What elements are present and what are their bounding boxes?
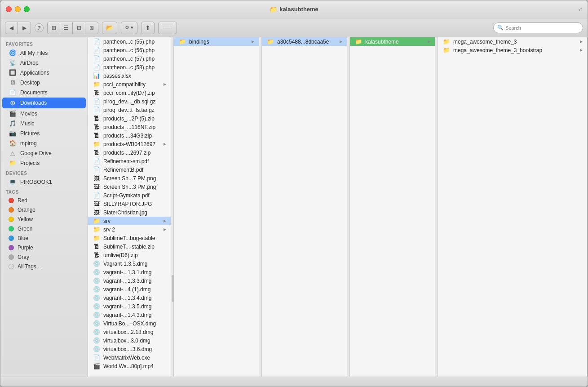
icon-view-button[interactable]: ⊞ xyxy=(48,22,60,34)
list-item[interactable]: 🗜 umlive(D6).zip xyxy=(88,251,171,259)
list-item[interactable]: 💿 vagrant-...1.4.3.dmg xyxy=(88,311,171,319)
gray-dot xyxy=(9,254,14,260)
home-icon: 🏠 xyxy=(9,140,17,147)
list-item[interactable]: 📁 SublimeT...bug-stable xyxy=(88,234,171,242)
scrollbar-thumb[interactable] xyxy=(172,275,174,302)
sidebar-item-projects[interactable]: 📁 Projects xyxy=(2,158,86,168)
sidebar-item-downloads[interactable]: ⊕ Downloads xyxy=(2,98,86,108)
sidebar-item-movies[interactable]: 🎬 Movies xyxy=(2,109,86,118)
column-4: 📁 kalasubtheme xyxy=(350,37,435,377)
list-item-kalasubtheme[interactable]: 📁 kalasubtheme xyxy=(350,37,435,46)
list-item[interactable]: 💿 VirtualBo...–OSX.dmg xyxy=(88,319,171,328)
file-icon: 💿 xyxy=(93,277,101,284)
close-button[interactable] xyxy=(6,6,12,12)
column-view-button[interactable]: ⊟ xyxy=(73,22,85,34)
list-item[interactable]: 📄 pantheon...c (58).php xyxy=(88,63,171,71)
file-icon: 📄 xyxy=(93,158,101,165)
list-item-srv[interactable]: 📁 srv xyxy=(88,217,171,225)
list-item[interactable]: 📄 Refinement-sm.pdf xyxy=(88,157,171,165)
cover-flow-button[interactable]: ⊠ xyxy=(85,22,98,34)
list-item[interactable]: 🗜 products_...2P (5).zip xyxy=(88,114,171,123)
list-item[interactable]: 💿 vagrant-...4 (1).dmg xyxy=(88,285,171,294)
sidebar-item-pictures[interactable]: 📷 Pictures xyxy=(2,129,86,138)
maximize-button[interactable] xyxy=(24,6,30,12)
list-item[interactable]: 📄 RefinementB.pdf xyxy=(88,165,171,174)
file-icon: 🖼 xyxy=(93,209,101,216)
all-tags-dot xyxy=(9,264,14,269)
list-item[interactable]: 📄 pirog_dev...t_fs.tar.gz xyxy=(88,106,171,114)
list-item[interactable]: 💿 vagrant-...1.3.1.dmg xyxy=(88,268,171,276)
list-item[interactable]: 💿 vagrant-...1.3.4.dmg xyxy=(88,294,171,302)
list-item[interactable]: 📄 Script-Gymkata.pdf xyxy=(88,191,171,200)
sidebar-item-pirobook1[interactable]: 💻 PIROBOOK1 xyxy=(2,177,86,187)
list-item-mega-theme-3-bootstrap[interactable]: 📁 mega_awesome_theme_3_bootstrap xyxy=(438,46,587,54)
sidebar-item-airdrop[interactable]: 📡 AirDrop xyxy=(2,58,86,67)
sidebar-item-yellow[interactable]: Yellow xyxy=(2,215,86,224)
sidebar-item-applications[interactable]: 🔲 Applications xyxy=(2,68,86,77)
list-item[interactable]: 🖼 Screen Sh...7 PM.png xyxy=(88,174,171,182)
list-item[interactable]: 📁 products-WB0412697 xyxy=(88,140,171,148)
sidebar-item-documents[interactable]: 📄 Documents xyxy=(2,88,86,97)
list-item[interactable]: 🎬 World Wa...80p].mp4 xyxy=(88,362,171,370)
list-item[interactable]: 🗜 pcci_com...ity(D7).zip xyxy=(88,89,171,97)
list-item[interactable]: 💿 vagrant-...1.3.3.dmg xyxy=(88,276,171,285)
list-item[interactable]: 🗜 SublimeT...-stable.zip xyxy=(88,242,171,251)
applications-label: Applications xyxy=(20,70,49,76)
sidebar-item-red[interactable]: Red xyxy=(2,196,86,205)
sidebar-item-all-my-files[interactable]: 🌀 All My Files xyxy=(2,48,86,58)
list-item-hash[interactable]: 📁 a30c5488...8dbcaa5e xyxy=(262,37,347,46)
forward-button[interactable]: ▶ xyxy=(18,22,31,34)
back-button[interactable]: ◀ xyxy=(5,22,18,34)
share-button[interactable]: ⬆ xyxy=(141,22,155,34)
column-1-scrollbar[interactable] xyxy=(171,37,174,377)
list-view-button[interactable]: ☰ xyxy=(60,22,73,34)
file-icon: 💿 xyxy=(93,337,101,344)
list-item[interactable]: 💿 vagrant-...1.3.5.dmg xyxy=(88,302,171,311)
sidebar-item-gray[interactable]: Gray xyxy=(2,253,86,262)
list-item[interactable]: 📄 pantheon...c (57).php xyxy=(88,54,171,63)
list-item[interactable]: 🗜 products_...116NF.zip xyxy=(88,123,171,131)
minimize-button[interactable] xyxy=(15,6,21,12)
purple-label: Purple xyxy=(18,245,33,251)
folder-icon: 📁 xyxy=(266,38,274,45)
list-item[interactable]: 📁 pcci_compatibility xyxy=(88,80,171,89)
list-item[interactable]: 💿 Vagrant-1.3.5.dmg xyxy=(88,259,171,268)
list-item[interactable]: 📄 pantheon...c (55).php xyxy=(88,37,171,46)
list-item[interactable]: 🗜 products-...2697.zip xyxy=(88,148,171,157)
sidebar-item-orange[interactable]: Orange xyxy=(2,205,86,214)
list-item[interactable]: 📊 passes.xlsx xyxy=(88,71,171,80)
list-item[interactable]: 🖼 SlaterChristian.jpg xyxy=(88,208,171,217)
sidebar-item-music[interactable]: 🎵 Music xyxy=(2,119,86,128)
file-icon: 💿 xyxy=(93,303,101,310)
list-item-mega-theme-3[interactable]: 📁 mega_awesome_theme_3 xyxy=(438,37,587,46)
search-input[interactable] xyxy=(505,25,577,31)
sidebar-item-mpirog[interactable]: 🏠 mpirog xyxy=(2,138,86,148)
list-item[interactable]: 📁 srv 2 xyxy=(88,225,171,234)
list-item[interactable]: 📄 pantheon...c (56).php xyxy=(88,46,171,54)
help-button[interactable]: ? xyxy=(35,23,44,32)
list-item[interactable]: 💿 virtualbox...3.0.dmg xyxy=(88,336,171,345)
list-item-bindings[interactable]: 📁 bindings xyxy=(174,37,259,46)
desktop-label: Desktop xyxy=(20,80,40,86)
sidebar-item-google-drive[interactable]: △ Google Drive xyxy=(2,148,86,158)
sidebar-item-purple[interactable]: Purple xyxy=(2,243,86,252)
file-icon: 📄 xyxy=(93,107,101,113)
action-button[interactable]: ⚙ ▾ xyxy=(121,22,137,34)
documents-label: Documents xyxy=(20,89,48,96)
list-item[interactable]: 🖼 SILLYRAPTOR.JPG xyxy=(88,200,171,208)
tag-button[interactable]: —— xyxy=(158,22,177,34)
list-item[interactable]: 📄 pirog_dev..._db.sql.gz xyxy=(88,97,171,106)
expand-button[interactable]: ⤢ xyxy=(578,6,582,12)
list-item[interactable]: 🗜 products-...34G3.zip xyxy=(88,131,171,140)
path-button[interactable]: 📂 xyxy=(102,22,117,34)
sidebar-item-blue[interactable]: Blue xyxy=(2,234,86,243)
sidebar-item-desktop[interactable]: 🖥 Desktop xyxy=(2,78,86,87)
list-item[interactable]: 📄 WebMatrixWeb.exe xyxy=(88,353,171,362)
search-box[interactable]: 🔍 xyxy=(493,22,583,33)
sidebar-item-all-tags[interactable]: All Tags... xyxy=(2,262,86,271)
list-item[interactable]: 💿 virtualbox...2.18.dmg xyxy=(88,328,171,336)
sidebar-item-green[interactable]: Green xyxy=(2,224,86,233)
list-item[interactable]: 💿 virtualbox....3.6.dmg xyxy=(88,345,171,353)
list-item[interactable]: 🖼 Screen Sh...3 PM.png xyxy=(88,182,171,191)
title-folder-icon: 📁 xyxy=(270,6,277,13)
